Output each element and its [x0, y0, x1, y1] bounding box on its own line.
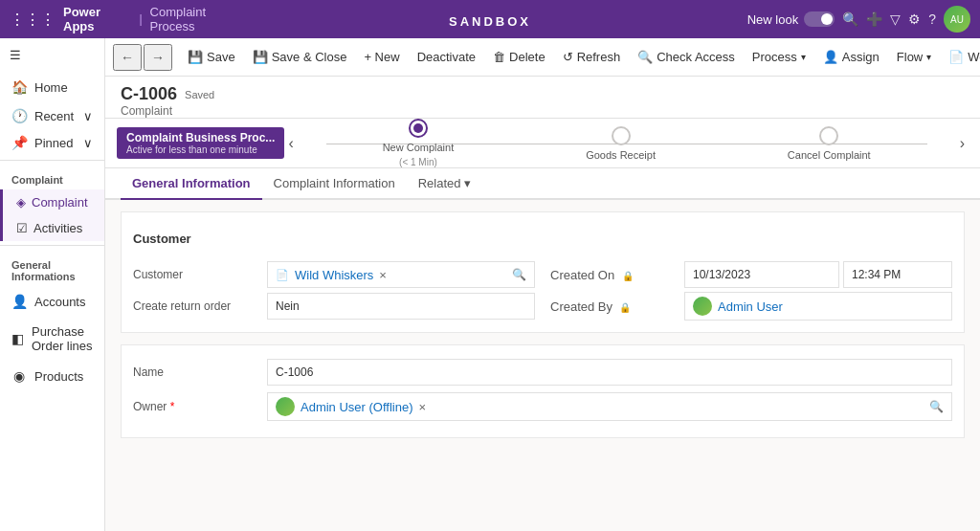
sidebar: ☰ 🏠 Home 🕐 Recent ∨ 📌 Pinned ∨ Complaint…	[0, 38, 105, 531]
save-close-button[interactable]: 💾 Save & Close	[245, 46, 355, 68]
related-dropdown-arrow: ▾	[464, 176, 471, 190]
flow-button[interactable]: Flow ▾	[889, 46, 939, 68]
sandbox-title: SANDBOX	[449, 14, 531, 29]
activities-label: Activities	[33, 221, 82, 235]
app-name: Power Apps	[63, 5, 131, 33]
created-by-value: Admin User	[684, 292, 952, 321]
name-label: Name	[133, 365, 267, 379]
owner-link[interactable]: Admin User (Offline)	[301, 400, 413, 414]
recent-chevron: ∨	[83, 109, 93, 123]
products-icon: ◉	[11, 368, 27, 384]
owner-search-icon[interactable]: 🔍	[929, 400, 944, 413]
tab-related[interactable]: Related ▾	[407, 168, 482, 200]
step-1-label: New Complaint	[383, 142, 455, 153]
customer-field-group: Customer 📄 Wild Whiskers × 🔍	[133, 261, 535, 288]
filter-icon[interactable]: ▽	[890, 11, 901, 27]
complaint-label: Complaint	[32, 195, 88, 210]
products-label: Products	[34, 369, 83, 384]
record-type: Complaint	[121, 104, 965, 118]
active-stage[interactable]: Complaint Business Proc... Active for le…	[117, 127, 284, 159]
tabs-bar: General Information Complaint Informatio…	[105, 168, 980, 200]
customer-value-field[interactable]: 📄 Wild Whiskers × 🔍	[267, 261, 535, 288]
deactivate-button[interactable]: Deactivate	[410, 46, 483, 68]
process-step-1[interactable]: New Complaint (< 1 Min)	[383, 119, 455, 167]
step-2-label: Goods Receipt	[586, 149, 656, 161]
created-by-label: Created By 🔒	[550, 299, 684, 314]
search-icon[interactable]: 🔍	[842, 11, 858, 27]
customer-file-icon: 📄	[276, 269, 289, 281]
sidebar-item-home[interactable]: 🏠 Home	[0, 72, 104, 102]
word-templates-button[interactable]: 📄 Word Templates ▾	[941, 46, 980, 68]
sidebar-item-accounts[interactable]: 👤 Accounts	[0, 286, 104, 317]
return-createdby-row: Create return order Nein Created By 🔒 Ad…	[133, 292, 952, 321]
refresh-button[interactable]: ↺ Refresh	[555, 46, 629, 68]
settings-icon[interactable]: ⚙	[908, 11, 921, 27]
pinned-label: Pinned	[34, 136, 73, 150]
owner-field[interactable]: Admin User (Offline) × 🔍	[267, 392, 952, 421]
process-steps: New Complaint (< 1 Min) Goods Receipt Ca…	[298, 119, 956, 167]
home-label: Home	[34, 80, 68, 95]
created-on-time: 12:34 PM	[843, 261, 952, 288]
apps-icon[interactable]: ⋮⋮⋮	[10, 11, 56, 29]
process-nav-left[interactable]: ‹	[284, 131, 297, 156]
process-dropdown-arrow: ▾	[801, 52, 806, 62]
sidebar-item-purchase-orders[interactable]: ◧ Purchase Order lines	[0, 317, 104, 361]
process-step-2[interactable]: Goods Receipt	[586, 126, 656, 161]
help-icon[interactable]: ?	[928, 11, 936, 27]
process-nav-right[interactable]: ›	[956, 131, 969, 156]
sidebar-item-pinned[interactable]: 📌 Pinned ∨	[0, 129, 104, 156]
word-icon: 📄	[948, 50, 964, 64]
created-by-info-icon: 🔒	[619, 302, 631, 313]
owner-remove-button[interactable]: ×	[419, 400, 427, 414]
active-stage-name: Complaint Business Proc...	[126, 131, 275, 144]
save-icon: 💾	[188, 50, 203, 64]
process-step-3[interactable]: Cancel Complaint	[788, 126, 871, 161]
new-button[interactable]: + New	[356, 46, 407, 68]
assign-button[interactable]: 👤 Assign	[815, 46, 887, 68]
check-access-button[interactable]: 🔍 Check Access	[630, 46, 743, 68]
top-navigation: ⋮⋮⋮ Power Apps | Complaint Process SANDB…	[0, 0, 980, 38]
process-button[interactable]: Process ▾	[745, 46, 813, 68]
hamburger-menu[interactable]: ☰	[0, 38, 104, 72]
process-bar: Complaint Business Proc... Active for le…	[105, 119, 980, 168]
complaint-icon: ◈	[16, 195, 26, 210]
new-look-toggle[interactable]: New look	[747, 11, 835, 27]
forward-button[interactable]: →	[144, 44, 172, 71]
step-1-sub: (< 1 Min)	[399, 157, 437, 167]
active-stage-status: Active for less than one minute	[126, 144, 275, 155]
created-by-link[interactable]: Admin User	[718, 299, 783, 314]
record-header: C-1006 Saved Complaint	[105, 77, 980, 119]
activities-icon: ☑	[16, 221, 28, 235]
toggle-switch[interactable]	[804, 11, 835, 27]
sidebar-item-complaint[interactable]: ◈ Complaint	[3, 189, 104, 215]
step-2-circle	[612, 126, 631, 145]
created-by-avatar	[693, 297, 712, 316]
save-button[interactable]: 💾 Save	[180, 46, 243, 68]
back-button[interactable]: ←	[113, 44, 142, 71]
created-on-info-icon: 🔒	[622, 271, 634, 281]
sidebar-item-products[interactable]: ◉ Products	[0, 361, 104, 391]
sidebar-item-activities[interactable]: ☑ Activities	[3, 215, 104, 241]
complaint-sub-section: ◈ Complaint ☑ Activities	[0, 189, 104, 241]
complaint-section-header: Complaint	[0, 165, 104, 189]
process-name: Complaint Process	[150, 5, 250, 33]
step-1-circle	[409, 119, 428, 138]
customer-section-header: Customer	[133, 224, 952, 254]
owner-label: Owner	[133, 400, 267, 413]
created-on-date: 10/13/2023	[684, 261, 839, 288]
accounts-icon: 👤	[11, 294, 27, 309]
pin-icon: 📌	[11, 135, 27, 150]
add-icon[interactable]: ➕	[866, 11, 882, 27]
home-icon: 🏠	[11, 79, 27, 95]
recent-icon: 🕐	[11, 108, 27, 123]
customer-search-icon[interactable]: 🔍	[512, 268, 526, 281]
sidebar-item-recent[interactable]: 🕐 Recent ∨	[0, 102, 104, 129]
customer-link[interactable]: Wild Whiskers	[295, 268, 373, 282]
return-order-value[interactable]: Nein	[267, 293, 535, 320]
delete-button[interactable]: 🗑 Delete	[485, 46, 553, 68]
tab-general-information[interactable]: General Information	[121, 168, 262, 200]
name-value[interactable]: C-1006	[267, 359, 952, 386]
user-avatar[interactable]: AU	[944, 6, 970, 33]
tab-complaint-information[interactable]: Complaint Information	[262, 168, 407, 200]
customer-remove-button[interactable]: ×	[379, 268, 387, 282]
